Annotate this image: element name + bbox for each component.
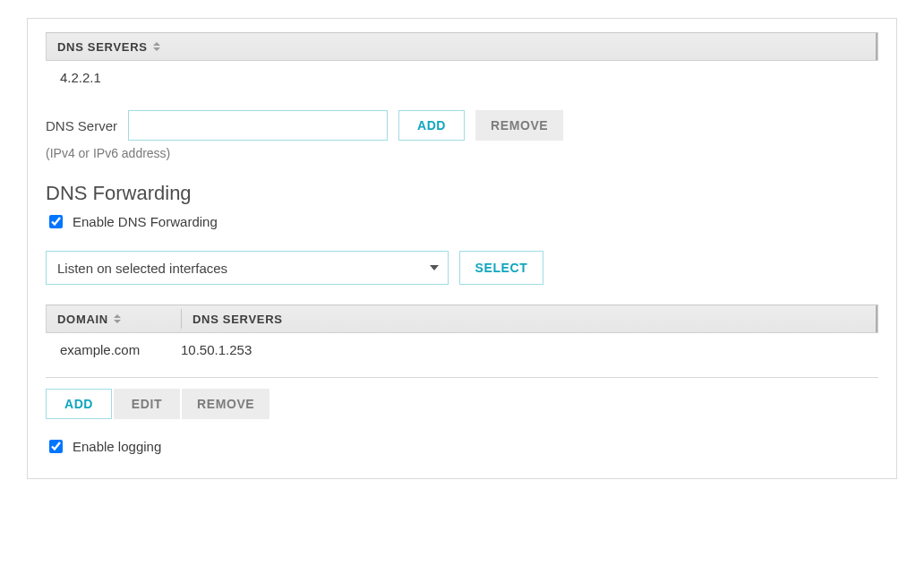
domain-header-label: DOMAIN <box>57 313 108 326</box>
enable-dns-forwarding-checkbox-row[interactable]: Enable DNS Forwarding <box>46 212 878 231</box>
domain-table-header: DOMAIN DNS SERVERS <box>46 304 878 333</box>
enable-logging-checkbox-row[interactable]: Enable logging <box>46 437 878 456</box>
dns-servers-table-header: DNS SERVERS <box>46 32 878 61</box>
dns-server-help-text: (IPv4 or IPv6 address) <box>46 146 878 160</box>
dns-server-add-button[interactable]: ADD <box>398 110 465 141</box>
sort-icon <box>153 42 160 51</box>
dns-servers-header-label-2: DNS SERVERS <box>192 313 283 326</box>
domain-remove-button[interactable]: REMOVE <box>182 389 270 419</box>
domain-servers-cell: 10.50.1.253 <box>181 342 252 357</box>
listen-interface-selected: Listen on selected interfaces <box>57 261 227 276</box>
dns-server-remove-button[interactable]: REMOVE <box>475 110 563 141</box>
dns-server-value: 4.2.2.1 <box>60 70 101 85</box>
enable-dns-forwarding-label: Enable DNS Forwarding <box>73 214 218 229</box>
enable-logging-checkbox[interactable] <box>49 440 63 453</box>
dns-forwarding-title: DNS Forwarding <box>46 182 878 205</box>
dns-server-field-label: DNS Server <box>46 118 117 133</box>
dns-server-form-row: DNS Server ADD REMOVE <box>46 110 878 141</box>
domain-edit-button[interactable]: EDIT <box>114 389 180 419</box>
listen-interface-select-button[interactable]: SELECT <box>459 251 543 285</box>
listen-interface-row: Listen on selected interfaces SELECT <box>46 251 878 285</box>
sort-icon <box>114 314 121 323</box>
chevron-down-icon <box>430 265 439 270</box>
domain-add-button[interactable]: ADD <box>46 389 112 419</box>
divider <box>46 377 878 378</box>
domain-table-row[interactable]: example.com 10.50.1.253 <box>46 333 878 372</box>
enable-logging-label: Enable logging <box>73 439 161 454</box>
dns-servers-column-header[interactable]: DNS SERVERS <box>47 33 171 60</box>
domain-action-buttons: ADD EDIT REMOVE <box>46 389 878 419</box>
domain-column-header[interactable]: DOMAIN <box>47 305 181 332</box>
dns-server-input[interactable] <box>128 110 388 141</box>
dns-servers-row[interactable]: 4.2.2.1 <box>46 61 878 99</box>
settings-card: DNS SERVERS 4.2.2.1 DNS Server ADD REMOV… <box>27 18 897 479</box>
enable-dns-forwarding-checkbox[interactable] <box>49 215 63 228</box>
domain-cell: example.com <box>60 342 181 357</box>
dns-servers-column-header-2[interactable]: DNS SERVERS <box>182 305 294 332</box>
dns-servers-header-label: DNS SERVERS <box>57 40 148 54</box>
listen-interface-select[interactable]: Listen on selected interfaces <box>46 251 449 285</box>
